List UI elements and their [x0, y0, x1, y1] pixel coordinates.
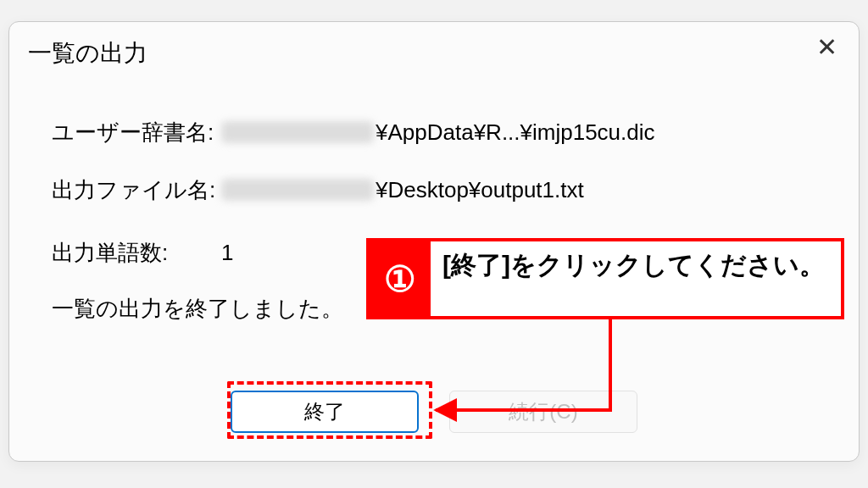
- redacted-path-segment: [221, 121, 374, 143]
- user-dictionary-row: ユーザー辞書名: ¥AppData¥R...¥imjp15cu.dic: [52, 115, 833, 149]
- output-file-label: 出力ファイル名:: [52, 175, 221, 205]
- close-icon[interactable]: ✕: [801, 27, 852, 68]
- finish-button[interactable]: 終了: [231, 391, 419, 433]
- step-text: [終了]をクリックしてください。: [431, 241, 841, 316]
- continue-button: 続行(C): [449, 391, 637, 433]
- user-dictionary-label: ユーザー辞書名:: [52, 118, 221, 147]
- user-dictionary-value: ¥AppData¥R...¥imjp15cu.dic: [221, 119, 833, 146]
- output-file-row: 出力ファイル名: ¥Desktop¥output1.txt: [52, 173, 833, 207]
- instruction-callout: ① [終了]をクリックしてください。: [366, 238, 844, 319]
- output-file-path-visible: ¥Desktop¥output1.txt: [376, 177, 584, 203]
- status-message: 一覧の出力を終了しました。: [52, 294, 343, 324]
- dialog-title: 一覧の出力: [28, 37, 147, 69]
- titlebar: 一覧の出力 ✕: [9, 22, 859, 81]
- user-dictionary-path-visible: ¥AppData¥R...¥imjp15cu.dic: [376, 119, 655, 146]
- output-file-value: ¥Desktop¥output1.txt: [221, 177, 833, 203]
- word-count-label: 出力単語数:: [52, 238, 221, 268]
- dialog-button-bar: 終了 続行(C): [9, 386, 859, 437]
- step-badge: ①: [370, 241, 431, 316]
- redacted-path-segment: [221, 179, 374, 201]
